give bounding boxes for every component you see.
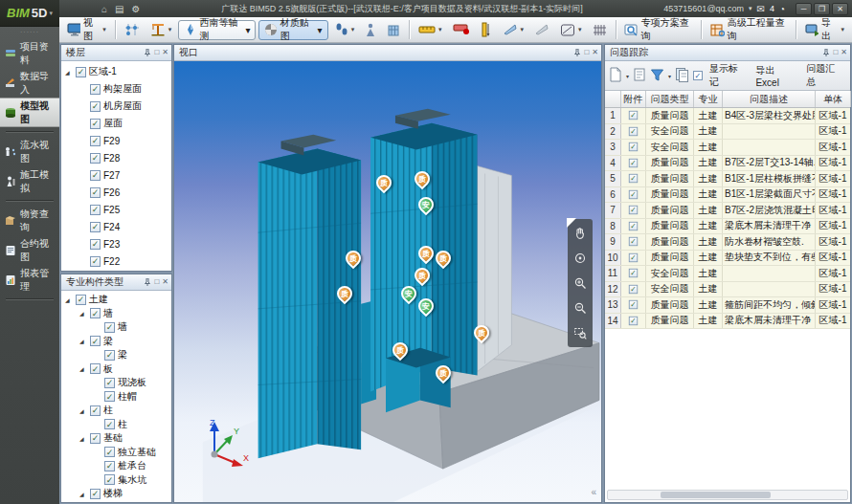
type-tree-node[interactable]: 楼梯	[61, 501, 171, 503]
issue-row[interactable]: 2 安全问题 土建 区域-1	[605, 124, 850, 141]
attachment-checkbox[interactable]	[629, 142, 638, 151]
checkbox-checked[interactable]	[90, 336, 101, 346]
close-button[interactable]: ✕	[832, 3, 848, 15]
col-major[interactable]: 专业	[694, 91, 723, 107]
attachment-cell[interactable]	[621, 219, 646, 234]
attachment-checkbox[interactable]	[629, 174, 638, 183]
checkbox-checked[interactable]	[90, 101, 101, 112]
checkbox-checked[interactable]	[90, 153, 101, 164]
issue-row[interactable]: 7 质量问题 土建 B7区-2层浇筑混凝土时... 区域-1	[605, 203, 850, 219]
measure-marked-button[interactable]	[449, 22, 474, 37]
floor-tree-node[interactable]: F25	[61, 201, 171, 218]
attachment-checkbox[interactable]	[629, 317, 638, 325]
checkbox-checked[interactable]	[90, 308, 101, 318]
horizontal-scrollbar[interactable]	[607, 490, 848, 500]
issue-marker[interactable]: 质	[418, 246, 435, 266]
floor-tree-node[interactable]: F29	[61, 132, 171, 149]
chevron-down-icon[interactable]: ▾	[626, 73, 629, 79]
issue-marker[interactable]: 质	[346, 251, 362, 271]
filter-button[interactable]	[650, 68, 664, 84]
floor-tree-node[interactable]: F21	[61, 270, 171, 271]
floor-tree-node[interactable]: F23	[61, 235, 171, 252]
checkbox-checked[interactable]	[90, 119, 101, 129]
checkbox-checked[interactable]	[90, 205, 101, 215]
checkbox-checked[interactable]	[90, 239, 101, 250]
issue-row[interactable]: 3 安全问题 土建 区域-1	[605, 140, 850, 156]
expander-icon[interactable]	[79, 338, 87, 344]
checkbox-checked[interactable]	[90, 433, 101, 444]
attachment-checkbox[interactable]	[629, 190, 638, 199]
type-tree-node[interactable]: 柱	[61, 418, 171, 432]
issue-row[interactable]: 14 质量问题 土建 梁底木屑未清理干净 区域-1	[605, 314, 850, 330]
nav-item-flow-view[interactable]: 流水视图	[0, 137, 59, 166]
checkbox-checked[interactable]	[104, 419, 115, 429]
collapse-handle-icon[interactable]: «	[591, 487, 596, 497]
expander-icon[interactable]	[79, 365, 87, 372]
nav-item-report-manage[interactable]: 报表管理	[0, 265, 59, 295]
checkbox-checked[interactable]	[76, 67, 86, 77]
type-tree-node[interactable]: 梁	[61, 348, 171, 362]
type-tree-node[interactable]: 基础	[61, 431, 171, 446]
issue-marker[interactable]: 质	[337, 286, 353, 306]
zoom-window-button[interactable]	[570, 321, 591, 344]
type-tree-node[interactable]: 集水坑	[61, 473, 171, 488]
col-type[interactable]: 问题类型	[646, 91, 694, 107]
issue-row[interactable]: 13 质量问题 土建 箍筋间距不均匀，倾斜 区域-1	[605, 297, 850, 314]
checkbox-checked[interactable]	[90, 187, 101, 198]
issue-row[interactable]: 1 质量问题 土建 B4区-3层梁柱交界处胀... 区域-1	[605, 108, 850, 124]
nav-item-data-import[interactable]: 数据导入	[0, 68, 59, 98]
attachment-cell[interactable]	[621, 203, 646, 218]
zoom-out-button[interactable]	[570, 296, 591, 319]
checkbox-checked[interactable]	[76, 295, 86, 305]
checkbox-checked[interactable]	[104, 378, 115, 388]
show-marks-label[interactable]: 显示标记	[706, 61, 750, 90]
type-tree-node[interactable]: 现浇板	[61, 376, 171, 390]
issue-marker[interactable]: 安	[418, 197, 435, 217]
attachment-checkbox[interactable]	[629, 237, 638, 246]
checkbox-checked[interactable]	[90, 256, 101, 267]
close-panel-icon[interactable]: ✕	[592, 49, 598, 56]
floor-tree-node[interactable]: 屋面	[61, 115, 171, 132]
minimize-button[interactable]: ─	[796, 3, 812, 15]
measure-button[interactable]: ▾	[415, 23, 446, 36]
home-icon[interactable]: ⌂	[101, 4, 107, 14]
checkbox-checked[interactable]	[104, 447, 115, 457]
save-icon[interactable]: ▤	[115, 4, 123, 14]
close-panel-icon[interactable]: ✕	[841, 49, 847, 56]
attachment-cell[interactable]	[621, 156, 646, 171]
render-mode-dropdown[interactable]: 材质贴图 ▾	[258, 20, 327, 40]
section-box-button[interactable]: ▾	[556, 21, 586, 39]
checkbox-checked[interactable]	[104, 391, 115, 402]
attachment-checkbox[interactable]	[629, 300, 638, 309]
issue-marker[interactable]: 质	[392, 342, 409, 362]
pan-hand-button[interactable]	[570, 222, 591, 245]
floor-tree-node[interactable]: 区域-1	[61, 63, 171, 80]
attachment-checkbox[interactable]	[629, 127, 638, 136]
attachment-checkbox[interactable]	[629, 111, 638, 120]
settings-gear-icon[interactable]: ⚙	[132, 4, 141, 14]
pin-icon[interactable]	[144, 49, 151, 56]
attachment-checkbox[interactable]	[629, 253, 638, 262]
issue-row[interactable]: 5 质量问题 土建 B1区-1层柱模板拼缝不... 区域-1	[605, 171, 850, 187]
attachment-cell[interactable]	[621, 251, 646, 266]
attachment-cell[interactable]	[621, 140, 646, 155]
checkbox-checked[interactable]	[90, 489, 101, 499]
attachment-cell[interactable]	[621, 282, 646, 297]
floor-tree-node[interactable]: F26	[61, 184, 171, 201]
issue-marker[interactable]: 质	[436, 251, 452, 271]
col-desc[interactable]: 问题描述	[723, 91, 816, 107]
issue-marker[interactable]: 质	[436, 365, 452, 385]
checkbox-checked[interactable]	[90, 84, 101, 95]
checkbox-checked[interactable]	[104, 322, 115, 333]
app-logo[interactable]: BIM 5D ▾	[0, 0, 59, 27]
col-attachment[interactable]: 附件	[621, 91, 646, 107]
section-cut-button[interactable]: ▾	[499, 21, 528, 38]
expander-icon[interactable]	[65, 296, 73, 303]
attachment-checkbox[interactable]	[629, 222, 638, 230]
floor-tree-node[interactable]: F24	[61, 218, 171, 235]
quantity-query-button[interactable]: 高级工程量查询	[706, 14, 791, 45]
issue-report-button[interactable]	[675, 67, 689, 84]
attachment-cell[interactable]	[621, 187, 646, 203]
expander-icon[interactable]	[79, 310, 87, 317]
nav-item-construction-sim[interactable]: 施工模拟	[0, 166, 59, 196]
